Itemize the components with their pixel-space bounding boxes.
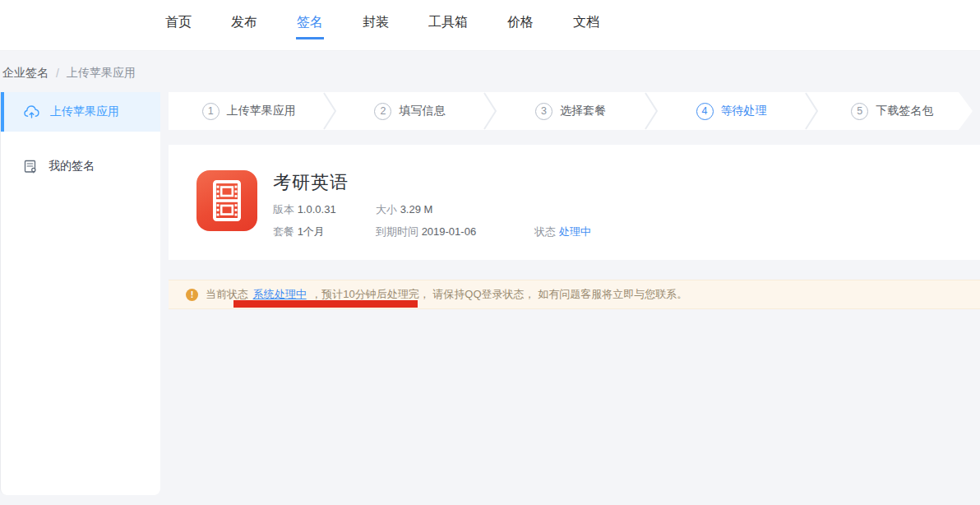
app-status: 状态 处理中 bbox=[534, 225, 591, 239]
step-4-waiting: 4 等待处理 bbox=[651, 92, 812, 130]
app-card: 考研英语 版本 1.0.0.31 大小 3.29 M 套餐 1个月 bbox=[169, 145, 980, 260]
step-label: 填写信息 bbox=[399, 104, 445, 118]
cloud-upload-icon bbox=[24, 105, 39, 118]
app-title: 考研英语 bbox=[273, 170, 591, 195]
step-chevron-icon bbox=[805, 92, 819, 130]
app-version: 版本 1.0.0.31 bbox=[273, 202, 376, 217]
sidebar: 上传苹果应用 我的签名 bbox=[0, 92, 160, 495]
sidebar-item-my-signatures[interactable]: 我的签名 bbox=[1, 146, 160, 186]
main-nav: 首页 发布 签名 封装 工具箱 价格 文档 bbox=[0, 0, 980, 50]
nav-item-publish[interactable]: 发布 bbox=[230, 11, 258, 39]
breadcrumb-upload-app: 上传苹果应用 bbox=[67, 66, 136, 81]
step-number: 4 bbox=[696, 103, 714, 120]
breadcrumb-enterprise-sign[interactable]: 企业签名 bbox=[2, 66, 49, 81]
app-icon bbox=[196, 170, 257, 231]
step-chevron-icon bbox=[483, 92, 497, 130]
page: 首页 发布 签名 封装 工具箱 价格 文档 企业签名 / 上传苹果应用 上传苹果… bbox=[0, 0, 980, 505]
status-processing-value: 处理中 bbox=[559, 225, 591, 238]
nav-item-toolbox[interactable]: 工具箱 bbox=[428, 11, 469, 39]
step-chevron-icon bbox=[645, 92, 659, 130]
step-number: 5 bbox=[851, 103, 868, 120]
app-expiry: 到期时间 2019-01-06 bbox=[376, 225, 534, 239]
step-2-fill-info: 2 填写信息 bbox=[330, 92, 491, 130]
film-strip-icon bbox=[196, 170, 257, 231]
sidebar-item-label: 我的签名 bbox=[49, 159, 95, 174]
step-label: 等待处理 bbox=[721, 104, 767, 118]
nav-item-docs[interactable]: 文档 bbox=[572, 11, 600, 39]
content-area: 1 上传苹果应用 2 填写信息 3 选择套餐 4 等待处理 5 下载签名包 bbox=[169, 92, 980, 309]
app-plan: 套餐 1个月 bbox=[273, 225, 376, 239]
nav-item-package[interactable]: 封装 bbox=[362, 11, 390, 39]
sidebar-item-label: 上传苹果应用 bbox=[50, 104, 119, 119]
step-number: 1 bbox=[202, 103, 220, 120]
breadcrumb-separator: / bbox=[56, 67, 59, 80]
status-notice-bar: ! 当前状态 系统处理中 ，预计10分钟后处理完， 请保持QQ登录状态， 如有问… bbox=[169, 280, 980, 309]
step-label: 选择套餐 bbox=[560, 104, 606, 118]
system-processing-link[interactable]: 系统处理中 bbox=[253, 288, 307, 300]
app-meta-row: 版本 1.0.0.31 大小 3.29 M bbox=[273, 202, 591, 217]
step-chevron-icon bbox=[323, 92, 337, 130]
step-3-choose-plan: 3 选择套餐 bbox=[490, 92, 651, 130]
step-number: 3 bbox=[535, 103, 552, 120]
app-meta-row: 套餐 1个月 到期时间 2019-01-06 状态 处理中 bbox=[273, 225, 591, 239]
nav-item-signature[interactable]: 签名 bbox=[296, 11, 324, 39]
nav-item-price[interactable]: 价格 bbox=[506, 11, 534, 39]
signature-doc-icon bbox=[24, 160, 38, 174]
step-1-upload: 1 上传苹果应用 bbox=[169, 92, 330, 130]
steps-bar: 1 上传苹果应用 2 填写信息 3 选择套餐 4 等待处理 5 下载签名包 bbox=[169, 92, 973, 130]
app-size: 大小 3.29 M bbox=[376, 202, 534, 217]
warning-icon: ! bbox=[186, 289, 198, 301]
nav-item-home[interactable]: 首页 bbox=[164, 11, 192, 39]
step-number: 2 bbox=[374, 103, 391, 120]
top-header: 首页 发布 签名 封装 工具箱 价格 文档 bbox=[0, 0, 980, 51]
red-underline-annotation bbox=[233, 300, 418, 308]
sidebar-item-upload-apple-app[interactable]: 上传苹果应用 bbox=[1, 92, 160, 132]
app-info: 考研英语 版本 1.0.0.31 大小 3.29 M 套餐 1个月 bbox=[273, 170, 591, 260]
breadcrumb: 企业签名 / 上传苹果应用 bbox=[2, 66, 136, 81]
step-5-download: 5 下载签名包 bbox=[811, 92, 973, 130]
step-label: 下载签名包 bbox=[876, 104, 933, 118]
step-label: 上传苹果应用 bbox=[227, 104, 296, 118]
